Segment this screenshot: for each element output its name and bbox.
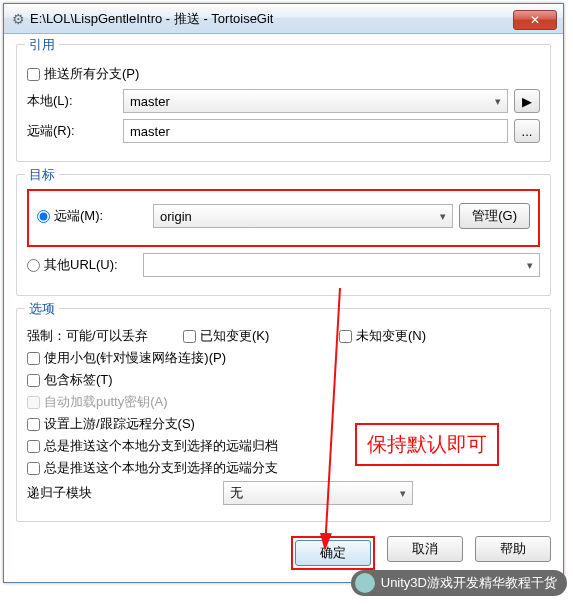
group-target: 目标 远端(M): origin 管理(G) 其他URL(U):: [16, 174, 551, 296]
push-all-branches-checkbox[interactable]: 推送所有分支(P): [27, 65, 139, 83]
group-target-title: 目标: [25, 166, 59, 184]
app-icon: ⚙: [10, 11, 26, 27]
target-remote-combo[interactable]: origin: [153, 204, 453, 228]
always-branch-checkbox[interactable]: 总是推送这个本地分支到选择的远端分支: [27, 459, 278, 477]
footer-text: Unity3D游戏开发精华教程干货: [381, 574, 557, 592]
local-label: 本地(L):: [27, 92, 117, 110]
window-title: E:\LOL\LispGentleIntro - 推送 - TortoiseGi…: [30, 10, 513, 28]
group-reference: 引用 推送所有分支(P) 本地(L): master ▶ 远端(R): mast…: [16, 44, 551, 162]
group-options-title: 选项: [25, 300, 59, 318]
footer-bubble: Unity3D游戏开发精华教程干货: [351, 570, 567, 596]
group-reference-title: 引用: [25, 36, 59, 54]
avatar-icon: [355, 573, 375, 593]
always-archive-checkbox[interactable]: 总是推送这个本地分支到选择的远端归档: [27, 437, 278, 455]
force-label: 强制：可能/可以丢弃: [27, 327, 177, 345]
highlight-ok: 确定: [291, 536, 375, 570]
local-branch-combo[interactable]: master: [123, 89, 508, 113]
unknown-changes-checkbox[interactable]: 未知变更(N): [339, 327, 426, 345]
play-button[interactable]: ▶: [514, 89, 540, 113]
known-changes-checkbox[interactable]: 已知变更(K): [183, 327, 333, 345]
target-other-radio[interactable]: 其他URL(U):: [27, 256, 137, 274]
thinpack-checkbox[interactable]: 使用小包(针对慢速网络连接)(P): [27, 349, 226, 367]
upstream-checkbox[interactable]: 设置上游/跟踪远程分支(S): [27, 415, 195, 433]
browse-button[interactable]: ...: [514, 119, 540, 143]
remote-branch-label: 远端(R):: [27, 122, 117, 140]
submodule-combo[interactable]: 无: [223, 481, 413, 505]
group-options: 选项 强制：可能/可以丢弃 已知变更(K) 未知变更(N) 使用小包(针对慢速网…: [16, 308, 551, 522]
close-button[interactable]: ✕: [513, 10, 557, 30]
target-remote-radio[interactable]: 远端(M):: [37, 207, 147, 225]
ok-button[interactable]: 确定: [295, 540, 371, 566]
highlight-target: 远端(M): origin 管理(G): [27, 189, 540, 247]
target-other-combo[interactable]: [143, 253, 540, 277]
manage-button[interactable]: 管理(G): [459, 203, 530, 229]
tags-checkbox[interactable]: 包含标签(T): [27, 371, 113, 389]
titlebar: ⚙ E:\LOL\LispGentleIntro - 推送 - Tortoise…: [4, 4, 563, 34]
help-button[interactable]: 帮助: [475, 536, 551, 562]
submodule-label: 递归子模块: [27, 484, 217, 502]
cancel-button[interactable]: 取消: [387, 536, 463, 562]
putty-checkbox: 自动加载putty密钥(A): [27, 393, 168, 411]
remote-branch-input[interactable]: master: [123, 119, 508, 143]
annotation-text: 保持默认即可: [355, 423, 499, 466]
